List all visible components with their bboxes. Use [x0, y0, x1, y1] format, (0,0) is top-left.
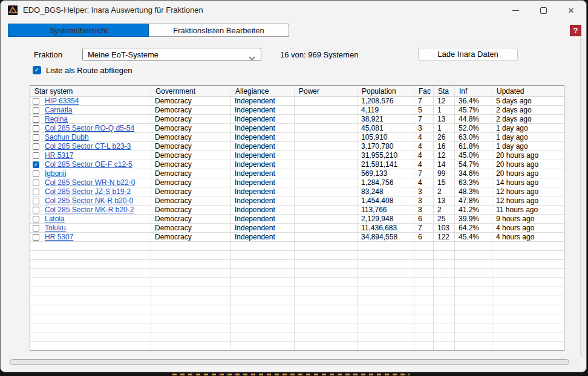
power-cell	[295, 233, 358, 242]
power-cell	[295, 296, 358, 305]
system-link[interactable]: Toluku	[45, 224, 66, 232]
route-checkbox[interactable]: ✓	[33, 66, 41, 74]
help-button[interactable]: ?	[570, 25, 581, 36]
col-updated[interactable]: Updated	[492, 86, 564, 97]
col-population[interactable]: Population	[358, 86, 414, 97]
row-checkbox[interactable]: ✓	[33, 161, 39, 168]
minimize-button[interactable]	[501, 1, 529, 20]
system-link[interactable]: Col 285 Sector CT-L b23-3	[45, 142, 131, 151]
system-link[interactable]: Col 285 Sector JZ-S b19-2	[45, 187, 131, 196]
row-checkbox[interactable]	[33, 134, 39, 141]
row-checkbox[interactable]	[33, 98, 39, 105]
system-link[interactable]: Carnatla	[45, 106, 72, 114]
load-inara-button[interactable]: Lade Inara Daten	[418, 48, 518, 60]
row-checkbox[interactable]	[33, 170, 39, 177]
row-checkbox[interactable]	[33, 143, 39, 150]
row-checkbox[interactable]	[33, 152, 39, 159]
table-row[interactable]: CarnatlaDemocracyIndependent4,1195145.7%…	[30, 106, 564, 115]
system-link[interactable]: Sachun Dubh	[45, 133, 89, 141]
table-row[interactable]: IgboniiDemocracyIndependent569,13379934.…	[30, 169, 564, 178]
power-cell	[295, 151, 358, 160]
close-button[interactable]: ✕	[557, 1, 585, 20]
system-link[interactable]: HR 5317	[45, 151, 73, 160]
inf-cell	[455, 305, 492, 314]
sta-cell: 26	[434, 133, 455, 142]
population-cell	[358, 242, 414, 251]
app-window: EDO_BGS-Helper: Inara Auswertung für Fra…	[0, 0, 587, 372]
table-row[interactable]: ReginaDemocracyIndependent38,92171344.8%…	[30, 115, 564, 124]
inf-cell: 45.0%	[455, 151, 492, 160]
inf-cell: 54.7%	[455, 160, 492, 169]
col-allegiance[interactable]: Allegiance	[231, 86, 295, 97]
table-row[interactable]	[30, 296, 564, 305]
row-checkbox[interactable]	[33, 216, 39, 222]
table-row[interactable]: HR 5317DemocracyIndependent31,955,210412…	[30, 151, 564, 160]
updated-cell	[492, 305, 564, 314]
row-checkbox[interactable]	[33, 189, 39, 195]
government-cell: Democracy	[151, 187, 231, 196]
table-row[interactable]	[30, 278, 564, 287]
col-power[interactable]: Power	[295, 86, 358, 97]
tab-systemuebersicht[interactable]: Systemübersicht	[8, 24, 149, 37]
system-link[interactable]: Latola	[45, 215, 65, 223]
table-row[interactable]	[30, 332, 564, 342]
table-row[interactable]: Sachun DubhDemocracyIndependent105,91042…	[30, 133, 564, 142]
system-link[interactable]: HIP 63354	[45, 97, 79, 105]
system-link[interactable]: Col 285 Sector WR-N b22-0	[45, 178, 135, 187]
system-cell: Col 285 Sector WR-N b22-0	[30, 178, 151, 187]
table-row[interactable]: Col 285 Sector MK-R b20-2DemocracyIndepe…	[30, 206, 564, 215]
system-cell: Igbonii	[30, 169, 151, 178]
row-checkbox[interactable]	[33, 125, 39, 132]
col-fac[interactable]: Fac	[414, 86, 434, 97]
system-link[interactable]: HR 5307	[45, 233, 73, 241]
table-row[interactable]: TolukuDemocracyIndependent11,436,6837103…	[30, 224, 564, 233]
table-row[interactable]	[30, 287, 564, 296]
table-row[interactable]: HIP 63354DemocracyIndependent1,208,57671…	[30, 97, 564, 106]
row-checkbox[interactable]	[33, 207, 39, 213]
table-row[interactable]: HR 5307DemocracyIndependent34,894,558612…	[30, 233, 564, 242]
updated-cell: 12 hours ago	[492, 187, 564, 196]
table-row[interactable]: Col 285 Sector WR-N b22-0DemocracyIndepe…	[30, 178, 564, 187]
table-row[interactable]: Col 285 Sector NK-R b20-0DemocracyIndepe…	[30, 196, 564, 206]
table-row[interactable]	[30, 323, 564, 332]
col-inf[interactable]: Inf	[455, 86, 492, 97]
system-link[interactable]: Col 285 Sector OE-F c12-5	[45, 160, 132, 169]
col-star-system[interactable]: Star system	[30, 86, 151, 97]
system-link[interactable]: Igbonii	[45, 169, 66, 178]
table-row[interactable]	[30, 305, 564, 314]
system-link[interactable]: Col 285 Sector NK-R b20-0	[45, 196, 133, 205]
table-row[interactable]: LatolaDemocracyIndependent2,129,94862539…	[30, 215, 564, 224]
row-checkbox[interactable]	[33, 225, 39, 232]
fraktion-dropdown[interactable]: Meine EoT-Systeme	[82, 48, 261, 61]
table-row[interactable]	[30, 269, 564, 278]
row-checkbox[interactable]	[33, 116, 39, 123]
maximize-button[interactable]	[529, 1, 557, 20]
table-row[interactable]	[30, 242, 564, 251]
population-cell	[358, 332, 414, 342]
vertical-scrollbar[interactable]	[580, 38, 586, 357]
system-link[interactable]: Col 285 Sector RO-Q d5-54	[45, 124, 134, 132]
population-cell: 2,129,948	[358, 215, 414, 224]
col-government[interactable]: Government	[151, 86, 231, 97]
table-row[interactable]	[30, 342, 564, 351]
table-row[interactable]	[30, 314, 564, 323]
table-row[interactable]: ✓Col 285 Sector OE-F c12-5DemocracyIndep…	[30, 160, 564, 169]
col-sta[interactable]: Sta	[434, 86, 455, 97]
row-checkbox[interactable]	[33, 234, 39, 241]
updated-cell	[492, 314, 564, 323]
close-icon: ✕	[568, 7, 575, 15]
horizontal-scrollbar[interactable]	[8, 358, 580, 366]
row-checkbox[interactable]	[33, 107, 39, 114]
horizontal-scrollbar-thumb[interactable]	[10, 359, 569, 365]
table-row[interactable]	[30, 260, 564, 269]
table-row[interactable]: Col 285 Sector CT-L b23-3DemocracyIndepe…	[30, 142, 564, 151]
table-row[interactable]: Col 285 Sector RO-Q d5-54DemocracyIndepe…	[30, 124, 564, 133]
table-row[interactable]	[30, 251, 564, 260]
tab-fraktionslisten[interactable]: Fraktionslisten Bearbeiten	[149, 24, 289, 37]
system-link[interactable]: Regina	[45, 115, 68, 123]
row-checkbox[interactable]	[33, 180, 39, 186]
system-link[interactable]: Col 285 Sector MK-R b20-2	[45, 206, 134, 214]
table-row[interactable]: Col 285 Sector JZ-S b19-2DemocracyIndepe…	[30, 187, 564, 196]
row-checkbox[interactable]	[33, 198, 39, 204]
allegiance-cell: Independent	[231, 133, 295, 142]
